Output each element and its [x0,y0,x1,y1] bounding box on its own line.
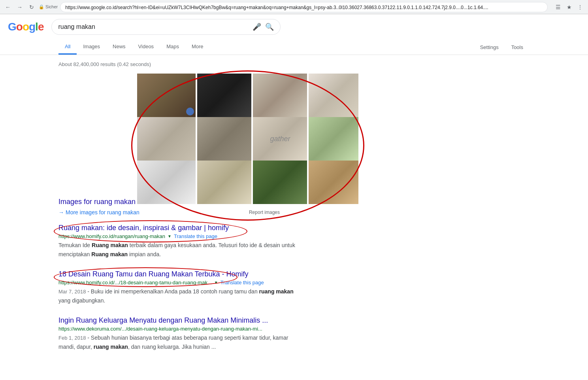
more-images-text: More images for ruang makan [66,209,139,216]
search-button[interactable]: 🔍 [265,23,274,31]
search-bar[interactable]: 🎤 🔍 [51,19,281,35]
result-2-date: Mar 7, 2018 [58,289,86,295]
image-cell-10[interactable] [197,161,251,204]
star-button[interactable]: ★ [564,2,574,12]
image-row-2: gather [137,117,358,161]
google-header: Google 🎤 🔍 [0,14,588,40]
tab-all[interactable]: All [58,40,77,55]
image-cell-9[interactable] [137,161,196,204]
back-button[interactable]: ← [3,2,13,12]
tab-more[interactable]: More [185,40,210,55]
image-cell-1[interactable] [137,74,196,117]
result-1-wrapper: Ruang makan: ide desain, inspirasi & gam… [58,223,296,270]
tab-maps[interactable]: Maps [160,40,185,55]
result-3-snippet: Feb 1, 2018 - Sebuah hunian biasanya ter… [58,333,296,351]
image-cell-6[interactable] [197,117,251,161]
result-3-title[interactable]: Ingin Ruang Keluarga Menyatu dengan Ruan… [58,316,268,324]
results-area: About 82,400,000 results (0.42 seconds) … [0,55,588,365]
images-section: Images for ruang makan [58,74,530,216]
logo-o2: o [23,21,29,33]
image-cell-5[interactable] [137,117,196,161]
google-search-page: Google 🎤 🔍 All Images News Videos Maps M… [0,14,588,380]
search-input[interactable] [58,23,249,30]
result-2-wrapper: 18 Desain Ruang Tamu dan Ruang Makan Ter… [58,270,296,316]
image-grid: gather [137,74,358,204]
logo-o1: o [16,21,23,33]
images-title[interactable]: Images for ruang makan [58,198,136,206]
security-icon: 🔒 Sicher [39,4,58,9]
image-cell-3[interactable] [253,74,307,117]
browser-toolbar: ← → ↻ 🔒 Sicher https://www.google.co.id/… [0,0,588,14]
result-1-translate[interactable]: Translate this page [174,233,217,239]
images-footer: → More images for ruang makan Report ima… [58,209,280,216]
more-images-link[interactable]: → More images for ruang makan [58,209,139,216]
result-2-url: https://www.homify.co.id/.../18-desain-r… [58,280,212,285]
nav-tools[interactable]: Tools [505,40,530,54]
results-count: About 82,400,000 results (0.42 seconds) [58,61,530,67]
result-1-snippet: Temukan Ide Ruang makan terbaik dalam ga… [58,241,296,258]
reload-button[interactable]: ↻ [27,2,36,12]
result-3-url-line: https://www.dekoruma.com/.../desain-ruan… [58,326,296,332]
image-cell-4[interactable] [309,74,358,117]
result-3-date: Feb 1, 2018 [58,335,86,341]
arrow-right-icon: → [58,209,64,216]
result-2-snippet: Mar 7, 2018 - Buku ide ini memperkenalka… [58,287,296,305]
image-cell-7[interactable]: gather [253,117,307,161]
image-row-1 [137,74,358,117]
browser-action-buttons: ☰ ★ ⋮ [553,2,585,12]
image-cell-8[interactable] [309,117,358,161]
search-nav: All Images News Videos Maps More Setting… [0,40,588,55]
tab-news[interactable]: News [106,40,132,55]
result-1-dropdown-arrow[interactable]: ▼ [168,234,172,238]
image-cell-12[interactable] [309,161,358,204]
image-row-3 [137,161,358,204]
bookmark-list-button[interactable]: ☰ [553,2,563,12]
mic-icon[interactable]: 🎤 [253,23,261,31]
google-logo: Google [8,21,43,33]
result-1-url-line: https://www.homify.co.id/ruangan/ruang-m… [58,233,296,239]
logo-e: e [38,21,44,33]
result-1-url: https://www.homify.co.id/ruangan/ruang-m… [58,233,165,239]
tab-images[interactable]: Images [77,40,106,55]
result-2-dropdown-arrow[interactable]: ▼ [214,280,218,285]
logo-g: G [8,21,16,33]
result-2-title[interactable]: 18 Desain Ruang Tamu dan Ruang Makan Ter… [58,270,249,278]
report-images[interactable]: Report images [249,210,280,215]
tab-videos[interactable]: Videos [132,40,160,55]
result-3-url: https://www.dekoruma.com/.../desain-ruan… [58,326,262,332]
menu-button[interactable]: ⋮ [575,2,585,12]
search-result-3: Ingin Ruang Keluarga Menyatu dengan Ruan… [58,316,296,351]
search-result-2: 18 Desain Ruang Tamu dan Ruang Makan Ter… [58,270,296,305]
nav-settings[interactable]: Settings [474,40,505,54]
image-cell-11[interactable] [253,161,307,204]
search-result-1: Ruang makan: ide desain, inspirasi & gam… [58,223,296,259]
forward-button[interactable]: → [15,2,24,12]
result-2-url-line: https://www.homify.co.id/.../18-desain-r… [58,280,296,285]
address-bar[interactable]: https://www.google.co.id/search?hl=en-ID… [60,2,548,12]
result-1-title[interactable]: Ruang makan: ide desain, inspirasi & gam… [58,224,229,232]
logo-g2: g [29,21,35,33]
logo-l: l [35,21,38,33]
image-cell-2[interactable] [197,74,251,117]
result-2-translate[interactable]: Translate this page [220,280,264,285]
